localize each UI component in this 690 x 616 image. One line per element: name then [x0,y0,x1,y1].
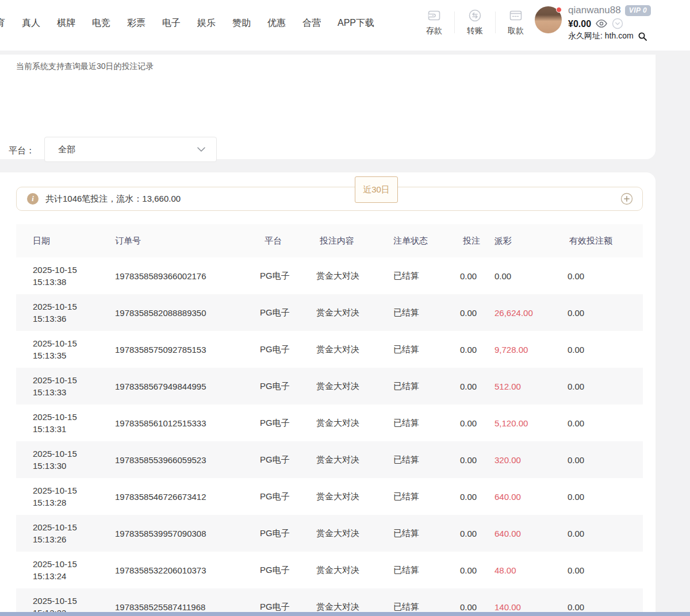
column-header-order: 订单号 [115,236,260,247]
cell-valid-amount: 0.00 [568,271,643,281]
cell-order-number: 1978358561012515333 [115,418,260,428]
cell-status: 已结算 [393,455,460,465]
cell-payout: 640.00 [494,492,568,502]
nav-item[interactable]: 真人 [22,17,40,29]
cell-date: 2025-10-1515:13:24 [16,558,115,582]
cell-payout: 48.00 [494,565,568,575]
platform-selected-value: 全部 [58,144,197,155]
vip-badge: VIP 0 [625,5,651,16]
cell-order-number: 1978358582088889350 [115,308,260,318]
cell-status: 已结算 [393,491,460,502]
summary-bar: i 共计1046笔投注，流水：13,660.00 [16,187,643,211]
expand-plus-icon[interactable] [620,192,633,205]
cell-status: 已结算 [393,307,460,318]
withdraw-label: 取款 [508,26,524,36]
cell-order-number: 1978358546726673412 [115,492,260,502]
username: qianwanu88 [568,5,621,16]
magnifier-icon[interactable] [638,32,647,41]
withdraw-button[interactable]: 取款 [497,8,535,36]
cell-date: 2025-10-1515:13:35 [16,337,115,361]
table-row: 2025-10-1515:13:30 1978358553966059523 P… [16,441,643,478]
cell-payout: 0.00 [494,271,568,281]
nav-item[interactable]: 电子 [162,17,181,29]
cell-valid-amount: 0.00 [568,529,643,538]
filter-panel: 当前系统支持查询最近30日的投注记录 平台： 全部 日期： 2025-09-16… [0,55,656,159]
cell-date: 2025-10-1515:13:33 [16,374,115,398]
divider [495,11,496,33]
nav-item[interactable]: APP下载 [338,17,374,29]
cell-payout: 140.00 [494,602,568,612]
table-row: 2025-10-1515:13:24 1978358532206010373 P… [16,552,643,588]
main-nav: 育 真人 棋牌 电竞 彩票 电子 娱乐 赞助 优惠 合营 APP下载 [0,17,374,29]
cell-bet-amount: 0.00 [460,602,494,612]
cell-status: 已结算 [393,381,460,392]
cell-status: 已结算 [393,418,460,429]
nav-item-truncated[interactable]: 育 [0,17,5,29]
transfer-button[interactable]: 转账 [456,8,494,36]
nav-item[interactable]: 彩票 [127,17,145,29]
cell-valid-amount: 0.00 [568,418,643,428]
column-header-payout: 派彩 [494,236,568,247]
cell-platform: PG电子 [260,455,316,465]
cell-bet-amount: 0.00 [460,529,494,538]
nav-item[interactable]: 棋牌 [57,17,75,29]
transfer-label: 转账 [467,26,483,36]
nav-item[interactable]: 优惠 [267,17,286,29]
cell-bet-content: 赏金大对决 [316,455,393,465]
cell-order-number: 1978358589366002176 [115,271,260,281]
cell-order-number: 1978358532206010373 [115,565,260,575]
cell-valid-amount: 0.00 [568,492,643,502]
cell-bet-amount: 0.00 [460,418,494,428]
quick-range-button[interactable]: 近30日 [355,176,398,203]
user-avatar[interactable] [535,6,562,33]
nav-item[interactable]: 合营 [302,17,321,29]
table-row: 2025-10-1515:13:35 1978358575092785153 P… [16,331,643,368]
balance-amount: ¥0.00 [568,19,591,29]
cell-valid-amount: 0.00 [568,565,643,575]
cell-valid-amount: 0.00 [568,602,643,612]
cell-order-number: 1978358539957090308 [115,529,260,538]
table-row: 2025-10-1515:13:33 1978358567949844995 P… [16,368,643,405]
cell-bet-amount: 0.00 [460,382,494,391]
records-panel: i 共计1046笔投注，流水：13,660.00 日期 订单号 平台 投注内容 … [0,172,656,616]
cell-platform: PG电子 [260,418,316,429]
cell-status: 已结算 [393,271,460,282]
column-header-date: 日期 [16,236,115,247]
column-header-bet: 投注 [460,236,494,247]
column-header-platform: 平台 [260,236,316,247]
eye-icon[interactable] [595,19,608,28]
user-info: qianwanu88 VIP 0 ¥0.00 永久网址: hth.com [568,5,651,41]
chevron-down-circle-icon[interactable] [612,18,623,29]
column-header-status: 注单状态 [393,236,460,247]
cell-payout: 512.00 [494,382,568,391]
cell-bet-amount: 0.00 [460,271,494,281]
horizontal-scrollbar[interactable] [0,612,690,616]
cell-payout: 9,728.00 [494,345,568,355]
cell-bet-content: 赏金大对决 [316,565,393,576]
platform-select[interactable]: 全部 [44,137,217,162]
cell-date: 2025-10-1515:13:28 [16,484,115,509]
deposit-button[interactable]: 存款 [415,8,453,36]
cell-bet-content: 赏金大对决 [316,528,393,539]
wallet-icon [427,8,442,23]
cell-valid-amount: 0.00 [568,345,643,355]
transfer-icon [467,8,482,23]
cell-order-number: 1978358575092785153 [115,345,260,355]
nav-item[interactable]: 娱乐 [197,17,216,29]
cell-bet-content: 赏金大对决 [316,418,393,429]
chevron-down-icon [197,144,206,155]
table-row: 2025-10-1515:13:28 1978358546726673412 P… [16,478,643,515]
cell-bet-amount: 0.00 [460,455,494,465]
nav-item[interactable]: 电竞 [92,17,110,29]
column-header-content: 投注内容 [316,236,393,247]
cell-date: 2025-10-1515:13:26 [16,521,115,545]
cell-date: 2025-10-1515:13:31 [16,411,115,435]
summary-text: 共计1046笔投注，流水：13,660.00 [45,194,620,205]
notification-dot [556,7,562,13]
cell-bet-amount: 0.00 [460,308,494,318]
cell-bet-content: 赏金大对决 [316,307,393,318]
nav-item[interactable]: 赞助 [232,17,251,29]
cell-valid-amount: 0.00 [568,308,643,318]
table-row: 2025-10-1515:13:31 1978358561012515333 P… [16,405,643,441]
withdraw-card-icon [508,8,523,23]
